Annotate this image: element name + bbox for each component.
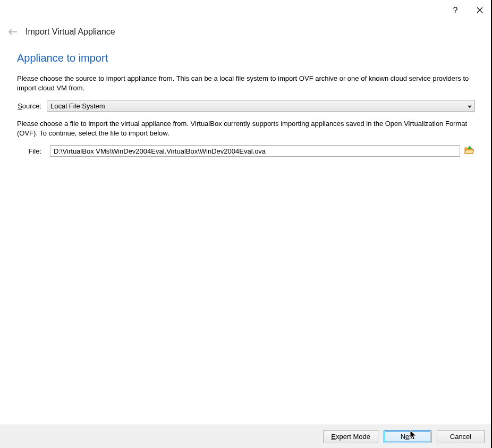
next-button[interactable]: Next [384, 430, 431, 443]
cancel-button[interactable]: Cancel [437, 430, 485, 443]
browse-file-button[interactable] [463, 145, 475, 157]
source-select[interactable]: Local File System [47, 100, 475, 112]
button-bar: Expert Mode Next Cancel [0, 425, 492, 448]
svg-marker-4 [468, 146, 472, 149]
close-button[interactable] [468, 0, 492, 21]
file-label: File: [17, 147, 47, 155]
source-row: Source: Local File System [17, 100, 475, 112]
help-icon: ? [453, 6, 458, 15]
folder-open-icon [464, 146, 474, 157]
content-area: Appliance to import Please choose the so… [0, 52, 492, 157]
page-title: Import Virtual Appliance [26, 27, 115, 37]
titlebar: ? [0, 0, 492, 21]
expert-mode-button[interactable]: Expert Mode [323, 430, 378, 443]
source-select-value: Local File System [50, 102, 105, 110]
wizard-header: Import Virtual Appliance [0, 21, 492, 47]
section-heading: Appliance to import [17, 52, 475, 64]
file-description: Please choose a file to import the virtu… [17, 119, 475, 138]
source-description: Please choose the source to import appli… [17, 74, 475, 92]
file-row: File: [17, 145, 475, 157]
back-arrow-icon [7, 27, 18, 37]
source-label: Source: [17, 102, 47, 110]
help-button[interactable]: ? [443, 0, 468, 21]
file-input[interactable] [50, 145, 460, 157]
close-icon [477, 7, 483, 15]
